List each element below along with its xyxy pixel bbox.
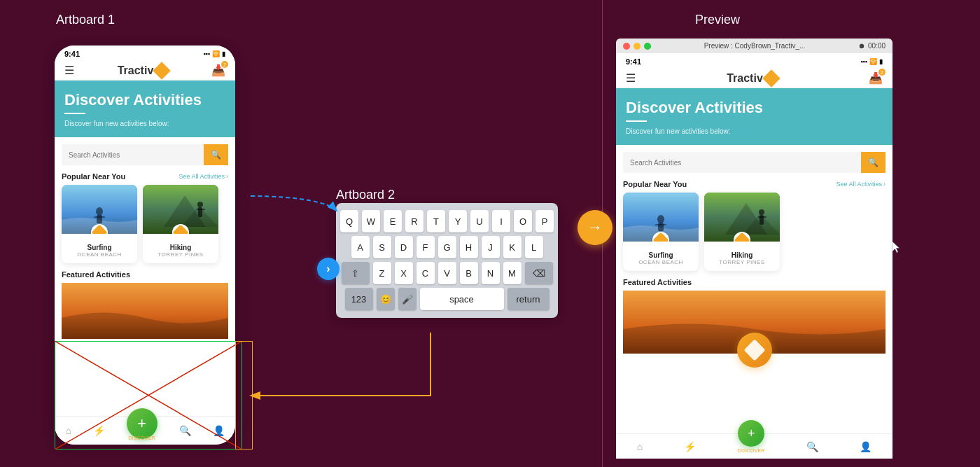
key-v[interactable]: V (438, 262, 456, 284)
nav-search-1[interactable]: 🔍 (179, 425, 191, 436)
card-hiking-p[interactable]: Hiking TORREY PINES (704, 193, 780, 271)
key-n[interactable]: N (482, 262, 500, 284)
keyboard-row-3: ⇧ Z X C V B N M ⌫ (340, 262, 554, 284)
key-u[interactable]: U (470, 210, 489, 232)
key-h[interactable]: H (460, 236, 478, 258)
key-a[interactable]: A (351, 236, 370, 258)
hero-1: Discover Activities Discover fun new act… (55, 81, 235, 137)
card-info-surfing: Surfing OCEAN BEACH (62, 234, 137, 263)
blue-forward-button[interactable]: › (317, 258, 340, 280)
chevron-right-icon-p: › (883, 181, 886, 188)
preview-label: Preview (695, 13, 740, 27)
tb-green-dot[interactable] (644, 43, 651, 50)
signal-icon: ▪▪▪ (203, 50, 210, 57)
key-space[interactable]: space (420, 288, 504, 310)
nav-home-1[interactable]: ⌂ (65, 425, 71, 436)
see-all-1[interactable]: See All Activities › (178, 173, 228, 180)
nav-activity-p[interactable]: ⚡ (684, 441, 696, 452)
key-x[interactable]: X (395, 262, 413, 284)
activity-icon-1: ⚡ (93, 425, 105, 436)
key-m[interactable]: M (503, 262, 522, 284)
key-t[interactable]: T (427, 210, 445, 232)
hero-subtitle-p: Discover fun new activities below: (626, 127, 883, 135)
key-z[interactable]: Z (373, 262, 391, 284)
nav-profile-1[interactable]: 👤 (213, 425, 225, 436)
card-surfing[interactable]: Surfing OCEAN BEACH (62, 185, 137, 263)
key-y[interactable]: Y (449, 210, 467, 232)
svg-rect-24 (758, 216, 766, 218)
key-c[interactable]: C (416, 262, 435, 284)
key-p[interactable]: P (536, 210, 554, 232)
fab-button-1[interactable]: + (127, 408, 158, 439)
section-header-p: Popular Near You See All Activities › (616, 173, 892, 193)
tb-yellow-dot[interactable] (634, 43, 640, 50)
inbox-icon-p[interactable]: 📥 2 (869, 71, 883, 85)
featured-section-1: Featured Activities (55, 263, 235, 339)
nav-bar-preview: ☰ Tractiv 📥 2 (616, 69, 892, 88)
hero-divider-1 (64, 113, 85, 114)
keyboard-artboard[interactable]: Q W E R T Y U I O P A S D F G H J K L ⇧ … (336, 203, 558, 318)
svg-point-16 (657, 215, 664, 223)
key-l[interactable]: L (525, 236, 543, 258)
search-button-p[interactable]: 🔍 (861, 152, 886, 173)
key-mic[interactable]: 🎤 (398, 288, 416, 310)
key-f[interactable]: F (416, 236, 435, 258)
key-delete[interactable]: ⌫ (525, 262, 553, 284)
key-o[interactable]: O (514, 210, 532, 232)
nav-search-p[interactable]: 🔍 (806, 441, 818, 452)
artboard1-phone: 9:41 ▪▪▪ 🛜 ▮ ☰ Tractiv 📥 2 Discover Acti… (55, 46, 235, 445)
hero-subtitle-1: Discover fun new activities below: (64, 120, 225, 127)
signal-icon-p: ▪▪▪ (860, 58, 867, 65)
nav-home-p[interactable]: ⌂ (637, 441, 643, 452)
key-d[interactable]: D (395, 236, 413, 258)
discover-fab-p[interactable] (737, 333, 772, 368)
key-s[interactable]: S (373, 236, 391, 258)
menu-icon-p[interactable]: ☰ (626, 71, 636, 85)
nav-discover-p[interactable]: + DISCOVER (738, 434, 765, 453)
nav-activity-1[interactable]: ⚡ (93, 425, 105, 436)
card-info-hiking-p: Hiking TORREY PINES (704, 242, 780, 271)
card-image-surfing-p (623, 193, 699, 242)
nav-profile-p[interactable]: 👤 (860, 441, 872, 452)
card-hiking[interactable]: Hiking TORREY PINES (143, 185, 218, 263)
key-emoji[interactable]: 😊 (377, 288, 395, 310)
home-icon-p: ⌂ (637, 441, 643, 452)
orange-arrow-button[interactable]: → (578, 210, 612, 245)
key-r[interactable]: R (405, 210, 424, 232)
search-input-p[interactable] (623, 152, 861, 173)
key-shift[interactable]: ⇧ (342, 262, 370, 284)
menu-icon-1[interactable]: ☰ (64, 64, 74, 77)
key-e[interactable]: E (384, 210, 402, 232)
key-g[interactable]: G (438, 236, 456, 258)
tb-red-dot[interactable] (623, 43, 630, 50)
chevron-right-icon-1: › (226, 173, 228, 180)
status-icons-preview: ▪▪▪ 🛜 ▮ (860, 58, 883, 65)
svg-rect-3 (94, 216, 105, 218)
search-container-1: 🔍 (62, 144, 228, 165)
home-icon-1: ⌂ (65, 425, 71, 436)
bottom-nav-1: ⌂ ⚡ + DISCOVER 🔍 👤 (55, 416, 235, 445)
search-button-1[interactable]: 🔍 (204, 144, 228, 165)
card-surfing-p[interactable]: Surfing OCEAN BEACH (623, 193, 699, 271)
logo-diamond-1 (153, 62, 171, 79)
preview-window: Preview : CodyBrown_Tractiv_... ⏺ 00:00 … (616, 39, 892, 459)
key-w[interactable]: W (362, 210, 380, 232)
popular-title-p: Popular Near You (623, 180, 687, 188)
hero-title-1: Discover Activities (64, 92, 225, 109)
key-k[interactable]: K (503, 236, 522, 258)
nav-discover-1[interactable]: + DISCOVER (127, 422, 158, 439)
search-input-1[interactable] (62, 144, 204, 165)
key-return[interactable]: return (507, 288, 550, 310)
key-q[interactable]: Q (340, 210, 358, 232)
profile-icon-1: 👤 (213, 425, 225, 436)
key-i[interactable]: I (492, 210, 510, 232)
key-123[interactable]: 123 (345, 288, 373, 310)
featured-image-p (623, 291, 886, 354)
key-j[interactable]: J (482, 236, 500, 258)
inbox-icon-1[interactable]: 📥 2 (211, 64, 225, 77)
status-bar-1: 9:41 ▪▪▪ 🛜 ▮ (55, 46, 235, 61)
featured-title-p: Featured Activities (623, 278, 886, 286)
fab-button-p[interactable]: + (738, 420, 764, 447)
see-all-p[interactable]: See All Activities › (836, 181, 886, 188)
key-b[interactable]: B (460, 262, 478, 284)
